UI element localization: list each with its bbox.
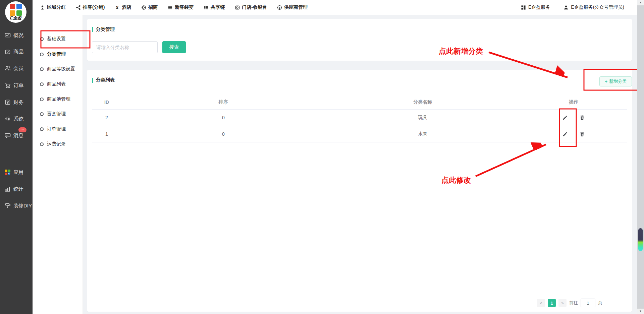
category-table: ID 排序 分类名称 操作 2 0 玩具: [92, 95, 627, 142]
table-header-row: ID 排序 分类名称 操作: [92, 95, 627, 110]
topnav-item-label: 区域分红: [47, 4, 66, 10]
category-name-input[interactable]: [92, 41, 158, 53]
topnav-item-store-pos[interactable]: 门店-收银台: [235, 4, 267, 10]
sidebar-item-overview[interactable]: 概况: [4, 32, 23, 39]
svg-text:S: S: [279, 6, 281, 9]
submenu-item-shipping-records[interactable]: 运费记录: [40, 141, 66, 147]
sidebar-item-label: 统计: [13, 186, 23, 192]
submenu-item-label: 基础设置: [47, 36, 66, 42]
logo-text: E企盈: [5, 15, 26, 21]
topnav-item-new-customer-fission[interactable]: 新客裂变: [168, 4, 194, 10]
cell-actions: [520, 114, 627, 121]
list-card-title-text: 分类列表: [96, 77, 115, 83]
sidebar-item-label: 应用: [13, 169, 23, 176]
topnav-item-label: 招商: [148, 4, 158, 10]
topnav-menu: 区域分红 推客(分销) ¥ 酒店 招商: [40, 4, 308, 10]
sidebar-item-system[interactable]: 系统: [4, 116, 23, 122]
delete-button[interactable]: [579, 114, 586, 121]
supplier-icon: S: [277, 5, 282, 10]
topnav-service-switcher[interactable]: E企盈服务: [521, 4, 550, 10]
cell-actions: [520, 131, 627, 138]
yen-icon: ¥: [115, 5, 120, 10]
topnav-item-label: 推客(分销): [83, 4, 105, 10]
submenu-item-blind-box-management[interactable]: 盲盒管理: [40, 111, 66, 117]
col-header-actions: 操作: [520, 99, 627, 105]
goto-page-input[interactable]: [581, 299, 595, 307]
table-row: 1 0 水果: [92, 126, 627, 142]
add-category-button[interactable]: + 新增分类: [599, 76, 632, 86]
edit-button[interactable]: [561, 114, 569, 121]
goto-label: 前往: [569, 300, 578, 306]
overview-icon: [4, 32, 11, 39]
submenu-item-label: 盲盒管理: [47, 111, 66, 117]
submenu-item-goods-level-settings[interactable]: 商品等级设置: [40, 66, 75, 72]
radio-circle-icon: [40, 53, 44, 56]
topnav-item-investment[interactable]: 招商: [141, 4, 158, 10]
radio-circle-icon: [40, 112, 44, 116]
scroll-down-arrow-icon[interactable]: ▼: [637, 309, 644, 314]
submenu-item-label: 订单管理: [47, 126, 66, 132]
topnav-item-sharing-chain[interactable]: 共享链: [204, 4, 225, 10]
table-row: 2 0 玩具: [92, 110, 627, 126]
messages-badge: ...: [18, 127, 26, 132]
topnav-item-region-dividend[interactable]: 区域分红: [40, 4, 66, 10]
page-scrollbar[interactable]: ▲ ▼: [637, 0, 644, 314]
topnav-item-supplier-management[interactable]: S 供应商管理: [277, 4, 308, 10]
share-icon: [76, 5, 81, 10]
submenu-item-category-management[interactable]: 分类管理: [40, 51, 66, 57]
col-header-sort: 排序: [121, 99, 325, 105]
submenu-item-goods-pool-management[interactable]: 商品池管理: [40, 96, 70, 102]
sidebar-item-label: 订单: [13, 82, 23, 89]
page-button-1[interactable]: 1: [548, 299, 556, 307]
sidebar-item-messages[interactable]: 消息: [4, 132, 23, 139]
gear-icon: [4, 116, 11, 122]
search-card-title-text: 分类管理: [96, 26, 115, 33]
search-card-title: 分类管理: [92, 26, 115, 33]
submenu-item-goods-list[interactable]: 商品列表: [40, 81, 66, 87]
delete-button[interactable]: [579, 131, 586, 138]
sidebar-item-decorate-diy[interactable]: 装修DIY: [4, 202, 32, 209]
sidebar-item-label: 商品: [13, 49, 23, 55]
sidebar-item-members[interactable]: 会员: [4, 65, 23, 72]
sidebar-item-goods[interactable]: 商品: [4, 48, 23, 55]
topnav-account[interactable]: E企盈服务(公众号管理员): [564, 4, 624, 10]
annotation-add-note: 点此新增分类: [439, 46, 483, 56]
list-card-title: 分类列表: [92, 77, 115, 83]
list-icon: [204, 5, 209, 10]
pencil-icon: [562, 115, 568, 121]
app-root: 区域分红 推客(分销) ¥ 酒店 招商: [0, 0, 644, 314]
sidebar-item-finance[interactable]: 财务: [4, 99, 23, 106]
submenu-item-label: 商品等级设置: [47, 66, 75, 72]
cell-name: 水果: [325, 131, 520, 137]
next-page-button[interactable]: >: [558, 299, 567, 307]
prev-page-button[interactable]: <: [537, 299, 545, 307]
topnav-item-label: 新客裂变: [175, 4, 194, 10]
scrollbar-thumb[interactable]: [638, 228, 643, 251]
edit-button[interactable]: [561, 131, 569, 138]
goods-bag-icon: [4, 48, 11, 55]
topnav-item-promoter-distribution[interactable]: 推客(分销): [76, 4, 105, 10]
radio-circle-icon: [40, 142, 44, 146]
radio-circle-icon: [40, 82, 44, 86]
radio-circle-icon: [40, 37, 44, 41]
title-accent-bar: [92, 78, 93, 83]
bar-chart-icon: [4, 186, 11, 192]
topnav-item-hotel[interactable]: ¥ 酒店: [115, 4, 131, 10]
submenu-item-label: 运费记录: [47, 141, 66, 147]
search-button[interactable]: 搜索: [162, 41, 186, 53]
sidebar-item-statistics[interactable]: 统计: [4, 186, 23, 192]
submenu-item-basic-settings[interactable]: 基础设置: [40, 36, 66, 42]
submenu-item-order-management[interactable]: 订单管理: [40, 126, 66, 132]
cell-sort: 0: [121, 131, 325, 137]
app-logo[interactable]: E企盈: [5, 1, 26, 23]
scroll-up-arrow-icon[interactable]: ▲: [637, 0, 644, 5]
paint-roller-icon: [4, 202, 11, 209]
col-header-name: 分类名称: [325, 99, 520, 105]
sidebar-item-apps[interactable]: 应用: [4, 169, 23, 176]
sidebar-item-orders[interactable]: 订单: [4, 82, 23, 89]
service-label: E企盈服务: [528, 4, 550, 10]
main-content: 分类管理 搜索 分类列表 + 新增分类 ID 排序 分类名称 操作: [83, 15, 637, 314]
sidebar-item-label: 财务: [13, 99, 23, 106]
topnav-item-label: 共享链: [211, 4, 225, 10]
topnav-item-label: 门店-收银台: [242, 4, 267, 10]
